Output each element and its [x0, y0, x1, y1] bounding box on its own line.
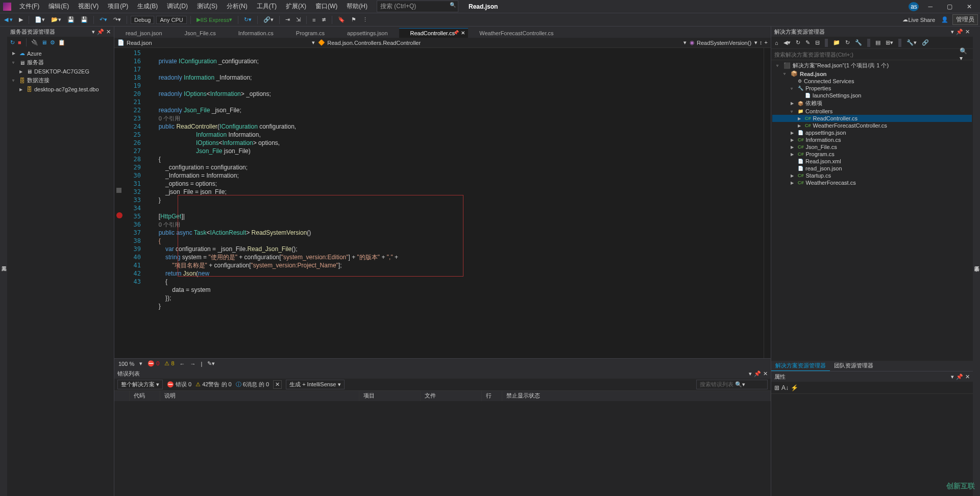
menu-item[interactable]: 项目(P) [104, 1, 132, 12]
panel-tab[interactable]: 解决方案资源管理器 [771, 361, 830, 371]
uncomment-icon[interactable]: ≢ [320, 15, 328, 24]
breakpoint-glyph[interactable] [116, 212, 122, 218]
glyph-margin[interactable] [114, 48, 125, 358]
tree-item[interactable]: ▿🖥服务器 [9, 58, 112, 67]
project-node[interactable]: ▿📦Read.json [772, 70, 972, 78]
file-tab[interactable]: Program.cs [285, 29, 336, 38]
comment-icon[interactable]: ≡ [310, 16, 317, 24]
menu-item[interactable]: 文件(F) [15, 1, 43, 12]
alpha-icon[interactable]: A↓ [781, 384, 789, 391]
solution-item[interactable]: ▶C#WeatherForecast.cs [772, 179, 972, 186]
column-header[interactable]: 项目 [359, 391, 421, 401]
messages-toggle[interactable]: ⓘ 6消息 的 0 [236, 381, 269, 388]
pin-icon[interactable]: 📌 [754, 370, 761, 377]
tree-item[interactable]: ▿🗄数据连接 [9, 76, 112, 85]
file-tab[interactable]: read_json.json [114, 29, 174, 38]
solution-item[interactable]: ▶C#Startup.cs [772, 172, 972, 179]
connect-icon[interactable]: 🔌 [31, 39, 38, 46]
file-tab[interactable]: Json_File.cs [174, 29, 227, 38]
close-icon[interactable]: ✕ [763, 370, 768, 377]
pen-icon[interactable]: ✎ [804, 38, 812, 47]
build-dropdown[interactable]: 生成 + IntelliSense ▾ [286, 380, 344, 389]
column-header[interactable]: 说明 [160, 391, 359, 401]
plus-icon[interactable]: + [765, 39, 768, 46]
menu-item[interactable]: 生成(B) [133, 1, 162, 12]
split-icon[interactable]: ▾ [754, 39, 757, 46]
breadcrumb-method[interactable]: ReadSystemVersion() [697, 40, 751, 46]
feedback-icon[interactable]: 👤 [939, 15, 950, 24]
nav-forward-button[interactable]: ▶ [17, 15, 25, 24]
scope-dropdown[interactable]: 整个解决方案 ▾ [117, 380, 163, 389]
close-icon[interactable]: ✕ [106, 29, 111, 35]
solution-item[interactable]: ▶C#Program.cs [772, 151, 972, 158]
pin-icon[interactable]: 📌 [956, 374, 963, 380]
save-all-button[interactable]: 💾 [79, 15, 90, 24]
file-tab[interactable]: WeatherForecastController.cs [468, 29, 565, 38]
right-rail[interactable]: 诊断工具 [973, 27, 980, 496]
tree-item[interactable]: ▶☁Azure [9, 49, 112, 58]
prev-issue-icon[interactable]: ← [180, 361, 185, 367]
menu-item[interactable]: 窗口(W) [311, 1, 341, 12]
menu-item[interactable]: 工具(T) [253, 1, 281, 12]
menu-item[interactable]: 扩展(X) [282, 1, 310, 12]
undo-button[interactable]: ↶▾ [97, 15, 109, 24]
pen-icon[interactable]: ✎▾ [207, 360, 215, 367]
run-button[interactable]: ▶ IIS Express ▾ [194, 15, 234, 24]
nav-up-icon[interactable]: ↕ [760, 39, 763, 46]
events-icon[interactable]: ⚡ [791, 384, 798, 391]
close-icon[interactable]: ✕ [965, 374, 970, 380]
pin-icon[interactable]: 📌 [97, 29, 104, 35]
warnings-toggle[interactable]: ⚠ 42警告 的 0 [195, 381, 231, 388]
solution-item[interactable]: ⚙Connected Services [772, 78, 972, 85]
dropdown-icon[interactable]: ▾ [951, 374, 954, 380]
categorize-icon[interactable]: ⊞ [774, 384, 779, 391]
solution-item[interactable]: 📄launchSettings.json [772, 92, 972, 99]
pin-icon[interactable]: 📌 [956, 29, 963, 35]
minimize-button[interactable]: ─ [923, 1, 938, 12]
file-tab[interactable]: ReadController.cs📌✕ [399, 28, 469, 38]
breadcrumb-class[interactable]: Read.json.Controllers.ReadController [327, 40, 421, 46]
column-header[interactable] [114, 391, 130, 401]
solution-item[interactable]: ▶📄appsettings.json [772, 129, 972, 136]
solution-item[interactable]: 📄Read.json.xml [772, 158, 972, 165]
service-icon[interactable]: ⚙ [50, 39, 55, 46]
tree-item[interactable]: ▶🖥DESKTOP-AC7G2EG [16, 67, 112, 76]
menu-item[interactable]: 编辑(E) [44, 1, 73, 12]
close-icon[interactable]: ✕ [965, 29, 970, 35]
dropdown-icon[interactable]: ▾ [92, 29, 95, 35]
flag-icon[interactable]: ⚑ [349, 15, 358, 24]
refresh-icon[interactable]: ↻ [844, 38, 851, 47]
solution-item[interactable]: ▶C#WeatherForecastController.cs [772, 122, 972, 129]
save-button[interactable]: 💾 [65, 15, 77, 24]
panel-tab[interactable]: 团队资源管理器 [830, 361, 877, 371]
new-project-button[interactable]: 📄▾ [33, 15, 47, 24]
file-tab[interactable]: Information.cs [227, 29, 285, 38]
step-into-icon[interactable]: ⇥ [283, 15, 292, 24]
server-icon[interactable]: 🖥 [41, 39, 47, 45]
column-header[interactable]: 文件 [421, 391, 482, 401]
tree-item[interactable]: ▶🗄desktop-ac7g2eg.test.dbo [16, 85, 112, 93]
breadcrumb-project[interactable]: Read.json [127, 40, 152, 46]
open-button[interactable]: 📂▾ [49, 15, 63, 24]
dropdown-icon[interactable]: ▾ [951, 29, 954, 35]
code-editor[interactable]: 15 16 17 18 19 20 21 22 23 24 25 26 27 2… [114, 48, 771, 358]
spanner-icon[interactable]: 🔧▾ [905, 38, 918, 47]
connect-icon[interactable]: 🔗 [920, 38, 930, 47]
zoom-level[interactable]: 100 % [118, 361, 134, 367]
global-search[interactable]: 搜索 (Ctrl+Q) [377, 1, 458, 12]
live-share-button[interactable]: ☁ Live Share [900, 15, 937, 24]
file-tab[interactable]: appsettings.json [336, 29, 399, 38]
solution-item[interactable]: ▶C#Information.cs [772, 136, 972, 143]
search-icon[interactable]: 🔍▾ [960, 47, 970, 62]
build-toggle[interactable]: ✕ [273, 380, 282, 389]
properties-icon[interactable]: 🔧 [853, 38, 864, 47]
user-avatar[interactable]: as [909, 2, 919, 11]
solution-item[interactable]: ▿🔧Properties [772, 85, 972, 92]
code-content[interactable]: private IConfiguration _configuration; r… [145, 48, 764, 358]
close-button[interactable]: ✕ [962, 1, 977, 12]
solution-item[interactable]: ▶C#Json_File.cs [772, 143, 972, 151]
menu-item[interactable]: 测试(S) [193, 1, 222, 12]
more-icon[interactable]: 📋 [58, 39, 65, 46]
nav-back-button[interactable]: ◀ ▾ [2, 15, 15, 24]
step-over-icon[interactable]: ⇲ [294, 15, 303, 24]
